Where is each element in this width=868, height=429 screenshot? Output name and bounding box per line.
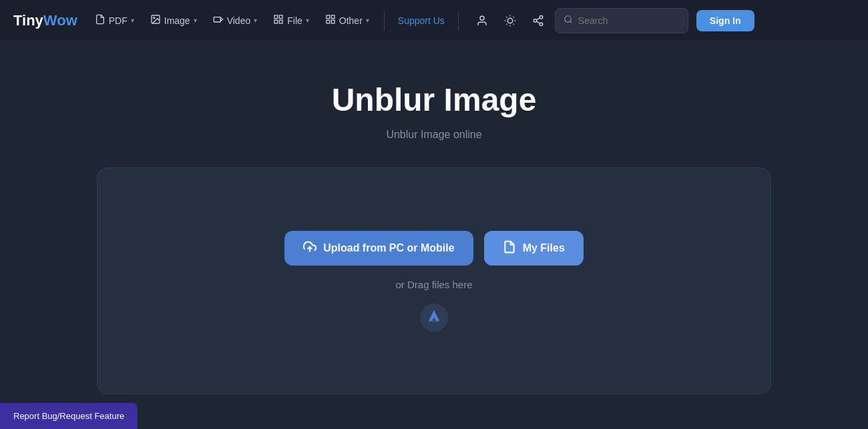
my-files-button[interactable]: My Files <box>484 231 584 266</box>
svg-rect-6 <box>280 20 283 23</box>
navbar: Tiny Wow PDF ▾ Image ▾ <box>0 0 868 41</box>
video-chevron-icon: ▾ <box>254 17 257 24</box>
drop-zone[interactable]: Upload from PC or Mobile My Files or Dra… <box>97 167 771 394</box>
svg-line-26 <box>536 17 539 19</box>
search-icon <box>564 15 573 26</box>
logo[interactable]: Tiny Wow <box>13 12 77 29</box>
nav-item-video[interactable]: Video ▾ <box>206 10 264 31</box>
support-us-link[interactable]: Support Us <box>393 11 450 30</box>
svg-rect-10 <box>331 20 335 23</box>
svg-point-24 <box>539 23 543 26</box>
upload-buttons: Upload from PC or Mobile My Files <box>284 231 584 266</box>
nav-item-other[interactable]: Other ▾ <box>318 10 376 31</box>
profile-icon[interactable] <box>471 9 493 32</box>
signin-button[interactable]: Sign In <box>696 10 754 31</box>
nav-item-file[interactable]: File ▾ <box>266 10 316 31</box>
svg-marker-3 <box>220 17 222 21</box>
svg-point-12 <box>480 16 484 20</box>
svg-rect-5 <box>280 15 283 19</box>
nav-actions <box>471 9 550 32</box>
other-icon <box>325 14 336 27</box>
file-icon <box>273 14 284 27</box>
svg-line-25 <box>536 21 539 23</box>
video-icon <box>213 14 224 27</box>
upload-icon <box>303 240 316 256</box>
my-files-label: My Files <box>523 242 565 254</box>
upload-from-pc-label: Upload from PC or Mobile <box>323 242 454 254</box>
svg-point-1 <box>153 17 154 19</box>
svg-line-17 <box>513 23 514 24</box>
report-bug-button[interactable]: Report Bug/Request Feature <box>0 403 138 429</box>
svg-line-28 <box>570 21 572 23</box>
theme-toggle-icon[interactable] <box>499 9 521 32</box>
svg-point-22 <box>539 15 543 19</box>
svg-rect-8 <box>327 15 330 19</box>
file-chevron-icon: ▾ <box>306 17 309 24</box>
image-label: Image <box>164 15 190 26</box>
pdf-chevron-icon: ▾ <box>131 17 134 24</box>
svg-line-21 <box>513 17 514 17</box>
main-content: Unblur Image Unblur Image online Upload … <box>0 41 868 394</box>
nav-divider-2 <box>458 11 459 31</box>
drive-icon <box>427 309 441 326</box>
svg-line-16 <box>506 17 507 17</box>
search-input[interactable] <box>578 15 680 26</box>
svg-point-27 <box>565 16 571 22</box>
search-bar[interactable] <box>555 8 688 33</box>
image-chevron-icon: ▾ <box>194 17 197 24</box>
video-label: Video <box>227 15 251 26</box>
svg-rect-4 <box>274 15 278 19</box>
svg-line-20 <box>506 23 507 24</box>
logo-tiny: Tiny <box>13 12 43 29</box>
svg-rect-11 <box>327 20 330 23</box>
svg-rect-9 <box>331 15 335 19</box>
svg-rect-2 <box>214 17 220 22</box>
logo-wow: Wow <box>43 12 77 29</box>
image-icon <box>150 14 161 27</box>
my-files-icon <box>503 240 516 256</box>
drag-text: or Drag files here <box>395 279 472 290</box>
upload-from-pc-button[interactable]: Upload from PC or Mobile <box>284 231 473 266</box>
other-label: Other <box>339 15 363 26</box>
share-icon[interactable] <box>527 9 550 32</box>
drive-icon-circle[interactable] <box>420 304 448 332</box>
svg-point-13 <box>507 18 513 23</box>
other-chevron-icon: ▾ <box>366 17 369 24</box>
file-label: File <box>287 15 302 26</box>
svg-point-23 <box>533 19 537 22</box>
pdf-label: PDF <box>109 15 128 26</box>
svg-rect-7 <box>274 20 278 23</box>
nav-divider <box>384 11 385 31</box>
page-title: Unblur Image <box>332 81 537 118</box>
page-subtitle: Unblur Image online <box>386 129 481 141</box>
pdf-icon <box>95 14 105 27</box>
nav-item-pdf[interactable]: PDF ▾ <box>88 10 141 31</box>
nav-item-image[interactable]: Image ▾ <box>144 10 204 31</box>
